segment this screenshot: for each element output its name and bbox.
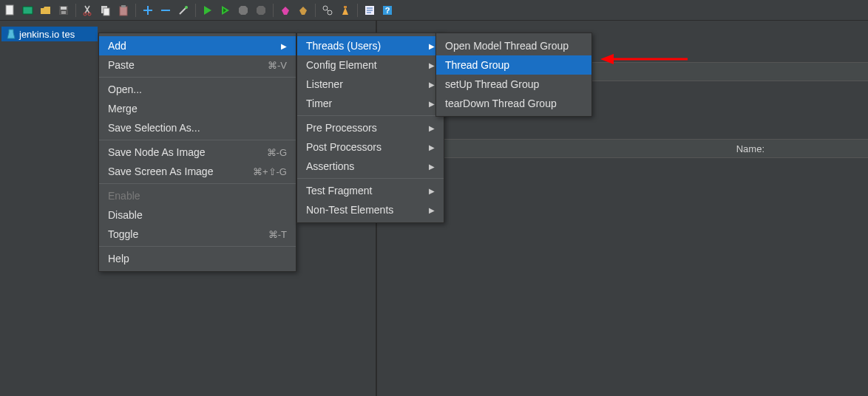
add-submenu-item[interactable]: Pre Processors▶: [297, 118, 444, 137]
add-submenu-item[interactable]: Post Processors▶: [297, 137, 444, 157]
context-menu-item[interactable]: Save Screen As Image⌘+⇧-G: [99, 162, 296, 181]
annotation-arrow: [600, 52, 689, 66]
collapse-icon[interactable]: [158, 3, 173, 18]
threads-submenu-item[interactable]: tearDown Thread Group: [436, 94, 591, 113]
templates-icon[interactable]: [21, 3, 35, 18]
context-menu-threads: Open Model Thread GroupThread GroupsetUp…: [435, 33, 592, 117]
svg-rect-3: [61, 7, 67, 10]
test-plan-icon: [6, 29, 16, 39]
svg-rect-10: [121, 5, 126, 7]
separator: [195, 4, 196, 17]
svg-rect-4: [61, 11, 66, 14]
menu-separator: [99, 183, 296, 184]
context-menu-main: Add▶Paste⌘-VOpen...MergeSave Selection A…: [98, 33, 296, 272]
svg-text:?: ?: [385, 6, 390, 15]
menu-item-label: Paste: [108, 59, 254, 71]
menu-shortcut: ⌘-G: [267, 147, 287, 158]
menu-item-label: Thread Group: [445, 59, 583, 71]
start-no-timers-icon[interactable]: [218, 3, 233, 18]
menu-item-label: Non-Test Elements: [306, 204, 429, 216]
menu-item-label: Add: [108, 40, 281, 52]
reset-search-icon[interactable]: [338, 3, 353, 18]
threads-submenu-item[interactable]: Open Model Thread Group: [436, 36, 591, 55]
threads-submenu-item[interactable]: setUp Thread Group: [436, 75, 591, 94]
tree-item-label: jenkins.io tes: [19, 29, 75, 40]
submenu-arrow-icon: ▶: [429, 61, 435, 69]
paste-icon[interactable]: [116, 3, 131, 18]
function-helper-icon[interactable]: [362, 3, 377, 18]
separator: [135, 4, 136, 17]
menu-item-label: tearDown Thread Group: [445, 98, 583, 109]
context-menu-item[interactable]: Paste⌘-V: [99, 55, 296, 75]
shutdown-icon[interactable]: [254, 3, 268, 18]
add-submenu-item[interactable]: Threads (Users)▶: [297, 36, 444, 55]
stop-icon[interactable]: [236, 3, 251, 18]
menu-item-label: setUp Thread Group: [445, 78, 583, 90]
menu-item-label: Merge: [108, 103, 287, 115]
svg-point-11: [185, 6, 188, 9]
context-menu-item[interactable]: Open...: [99, 80, 296, 99]
context-menu-item[interactable]: Add▶: [99, 36, 296, 55]
menu-separator: [99, 246, 296, 247]
submenu-arrow-icon: ▶: [429, 81, 435, 89]
context-menu-item[interactable]: Save Node As Image⌘-G: [99, 143, 296, 162]
new-icon[interactable]: [3, 3, 18, 18]
save-icon[interactable]: [56, 3, 71, 18]
menu-item-label: Open...: [108, 83, 287, 95]
menu-separator: [297, 178, 444, 179]
open-icon[interactable]: [38, 3, 53, 18]
context-menu-item[interactable]: Merge: [99, 99, 296, 118]
add-submenu-item[interactable]: Timer▶: [297, 94, 444, 113]
submenu-arrow-icon: ▶: [429, 100, 435, 108]
menu-separator: [99, 140, 296, 140]
start-icon[interactable]: [200, 3, 215, 18]
context-menu-item[interactable]: Help: [99, 249, 296, 268]
add-submenu-item[interactable]: Assertions▶: [297, 157, 444, 176]
submenu-arrow-icon: ▶: [429, 206, 435, 214]
context-menu-item[interactable]: Save Selection As...: [99, 118, 296, 137]
add-submenu-item[interactable]: Non-Test Elements▶: [297, 200, 444, 219]
menu-item-label: Help: [108, 253, 287, 264]
menu-item-label: Save Screen As Image: [108, 165, 240, 177]
menu-item-label: Pre Processors: [306, 122, 429, 134]
submenu-arrow-icon: ▶: [281, 42, 287, 50]
menu-separator: [297, 115, 444, 116]
clear-all-icon[interactable]: [296, 3, 311, 18]
add-submenu-item[interactable]: Test Fragment▶: [297, 181, 444, 200]
context-menu-item[interactable]: Disable: [99, 205, 296, 225]
menu-item-label: Listener: [306, 78, 429, 90]
cut-icon[interactable]: [81, 3, 95, 18]
svg-rect-0: [6, 5, 13, 15]
menu-item-label: Post Processors: [306, 141, 429, 153]
toolbar: ?: [0, 0, 868, 21]
svg-rect-1: [23, 7, 33, 14]
threads-submenu-item[interactable]: Thread Group: [436, 55, 591, 75]
tree-item-test-plan[interactable]: jenkins.io tes: [1, 27, 98, 41]
separator: [315, 4, 316, 17]
menu-separator: [99, 77, 296, 78]
menu-item-label: Save Selection As...: [108, 122, 287, 134]
toggle-icon[interactable]: [176, 3, 191, 18]
menu-item-label: Config Element: [306, 59, 429, 71]
separator: [75, 4, 76, 17]
submenu-arrow-icon: ▶: [429, 163, 435, 171]
submenu-arrow-icon: ▶: [429, 42, 435, 50]
menu-item-label: Timer: [306, 98, 429, 109]
search-icon[interactable]: [320, 3, 335, 18]
add-submenu-item[interactable]: Listener▶: [297, 75, 444, 94]
context-menu-item: Enable: [99, 186, 296, 205]
menu-item-label: Disable: [108, 209, 287, 221]
add-submenu-item[interactable]: Config Element▶: [297, 55, 444, 75]
expand-icon[interactable]: [140, 3, 155, 18]
separator: [357, 4, 358, 17]
name-row: Name:: [379, 139, 868, 158]
help-icon[interactable]: ?: [380, 3, 395, 18]
menu-item-label: Save Node As Image: [108, 146, 254, 158]
menu-shortcut: ⌘+⇧-G: [253, 166, 287, 177]
submenu-arrow-icon: ▶: [429, 187, 435, 195]
clear-icon[interactable]: [278, 3, 293, 18]
menu-item-label: Open Model Thread Group: [445, 40, 583, 52]
context-menu-item[interactable]: Toggle⌘-T: [99, 225, 296, 244]
submenu-arrow-icon: ▶: [429, 143, 435, 151]
copy-icon[interactable]: [98, 3, 113, 18]
